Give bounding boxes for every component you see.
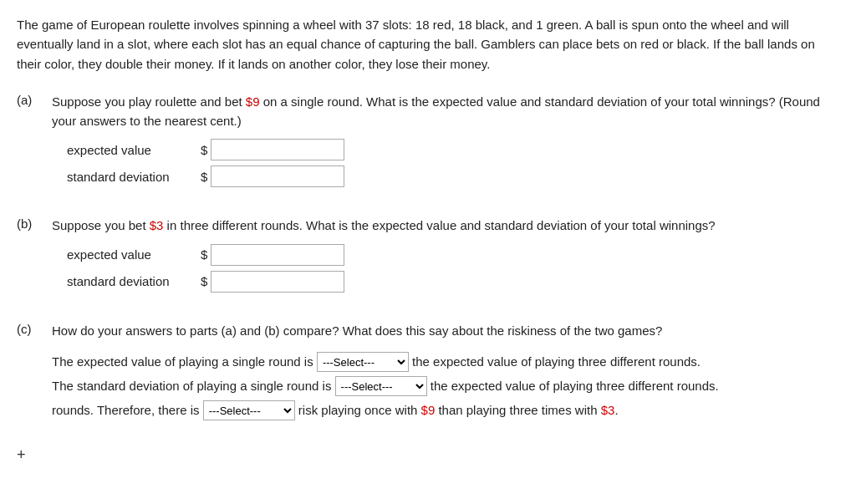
part-b-stddev-label: standard deviation — [67, 272, 201, 291]
part-c-select2[interactable]: ---Select--- equal to less than greater … — [335, 376, 427, 396]
part-b-stddev-row: standard deviation $ — [67, 271, 839, 293]
part-a-fields: expected value $ standard deviation $ — [67, 139, 839, 187]
part-c-line2-before: The standard deviation of playing a sing… — [52, 379, 331, 393]
part-c-line1-before: The expected value of playing a single r… — [52, 354, 313, 369]
part-c-bet1: $9 — [421, 403, 436, 417]
part-c-line3-middle: risk playing once with — [298, 403, 421, 417]
part-b-expected-row: expected value $ — [67, 244, 839, 266]
part-c-bet2: $3 — [601, 403, 615, 417]
part-b-expected-input[interactable] — [211, 244, 344, 266]
part-c-question: How do your answers to parts (a) and (b)… — [52, 323, 662, 338]
bottom-plus-button[interactable]: + — [17, 446, 839, 464]
part-b-expected-label: expected value — [67, 245, 201, 264]
part-a: (a) Suppose you play roulette and bet $9… — [17, 92, 839, 193]
part-a-stddev-row: standard deviation $ — [67, 165, 839, 187]
part-c-select1[interactable]: ---Select--- equal to less than greater … — [317, 352, 409, 372]
part-c-line1-after: the expected value of playing three diff… — [412, 354, 701, 369]
part-a-stddev-input[interactable] — [211, 165, 344, 187]
part-b-bet: $3 — [150, 218, 164, 232]
part-c-label: (c) — [17, 321, 52, 336]
part-c-line3: rounds. Therefore, there is ---Select---… — [52, 399, 839, 421]
part-c: (c) How do your answers to parts (a) and… — [17, 321, 839, 421]
part-b: (b) Suppose you bet $3 in three differen… — [17, 216, 839, 297]
part-c-line3-end: than playing three times with — [435, 403, 600, 417]
part-b-label: (b) — [17, 216, 52, 231]
part-a-bet: $9 — [246, 94, 260, 109]
part-a-expected-label: expected value — [67, 140, 201, 160]
part-c-content: How do your answers to parts (a) and (b)… — [52, 321, 839, 421]
part-c-select3[interactable]: ---Select--- more less the same — [203, 400, 295, 420]
part-a-expected-row: expected value $ — [67, 139, 839, 160]
part-b-content: Suppose you bet $3 in three different ro… — [52, 216, 839, 297]
part-c-line1: The expected value of playing a single r… — [52, 350, 839, 373]
part-a-label: (a) — [17, 92, 52, 107]
part-c-line3-before: rounds. Therefore, there is — [52, 403, 199, 417]
intro-paragraph: The game of European roulette involves s… — [17, 15, 839, 74]
part-a-stddev-label: standard deviation — [67, 167, 201, 186]
part-a-content: Suppose you play roulette and bet $9 on … — [52, 92, 839, 193]
part-c-line2: The standard deviation of playing a sing… — [52, 374, 839, 397]
part-b-stddev-input[interactable] — [211, 271, 344, 293]
part-b-fields: expected value $ standard deviation $ — [67, 244, 839, 293]
part-c-line2-after: the expected value of playing three diff… — [431, 379, 719, 393]
part-a-expected-input[interactable] — [211, 139, 344, 160]
